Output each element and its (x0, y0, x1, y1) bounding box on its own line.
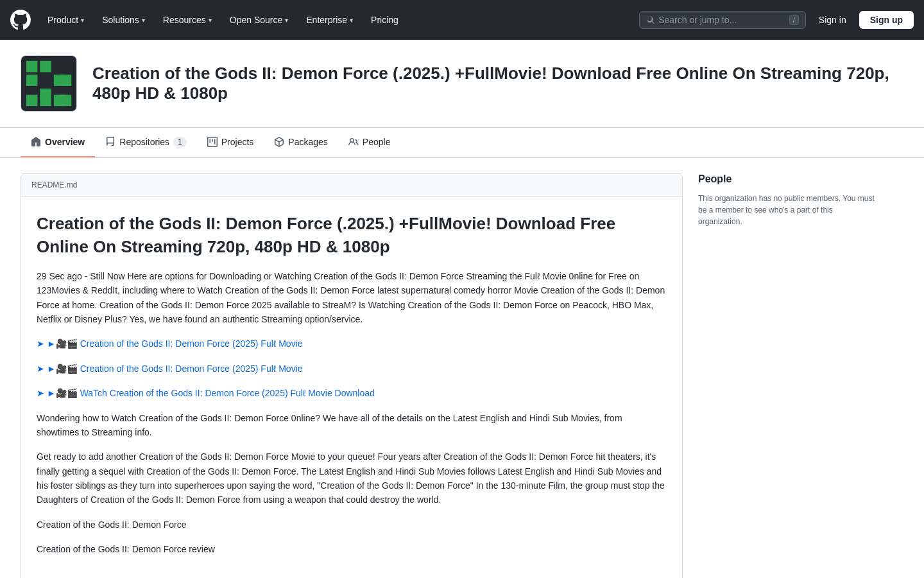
tab-people[interactable]: People (338, 128, 401, 157)
search-bar[interactable]: / (639, 11, 806, 29)
readme-title: Creation of the Gods II: Demon Force (.2… (37, 212, 667, 259)
readme-section: README.md Creation of the Gods II: Demon… (21, 173, 683, 578)
repositories-count: 1 (173, 137, 187, 147)
org-title: Creation of the Gods II: Demon Force (.2… (92, 64, 903, 103)
sign-in-button[interactable]: Sign in (811, 12, 854, 28)
readme-paragraph-4: Creation of the Gods II: Demon Force (37, 518, 667, 532)
org-avatar (21, 55, 77, 112)
chevron-down-icon: ▾ (142, 17, 145, 24)
readme-paragraph-2: Wondering how to Watch Creation of the G… (37, 411, 667, 440)
nav-resources[interactable]: Resources ▾ (157, 10, 218, 30)
svg-rect-4 (60, 61, 72, 73)
tab-repositories[interactable]: Repositories 1 (95, 128, 197, 157)
chevron-down-icon: ▾ (285, 17, 288, 24)
people-icon (348, 137, 359, 147)
svg-rect-16 (60, 95, 72, 107)
sign-up-button[interactable]: Sign up (859, 11, 914, 29)
readme-header: README.md (21, 174, 682, 197)
org-tabs: Overview Repositories 1 Projects Package… (0, 128, 924, 158)
chevron-down-icon: ▾ (350, 17, 353, 24)
tab-overview[interactable]: Overview (21, 128, 95, 157)
svg-rect-14 (40, 95, 51, 107)
org-header: Creation of the Gods II: Demon Force (.2… (0, 40, 924, 128)
watch-link-1[interactable]: ➤ ►🎥🎬 Creation of the Gods II: Demon For… (37, 338, 303, 349)
search-icon (646, 15, 654, 25)
svg-rect-1 (26, 61, 38, 73)
nav-product[interactable]: Product ▾ (41, 10, 90, 30)
chevron-down-icon: ▾ (81, 17, 84, 24)
readme-body: Creation of the Gods II: Demon Force (.2… (21, 197, 682, 578)
readme-link-2: ➤ ►🎥🎬 Creation of the Gods II: Demon For… (37, 362, 667, 376)
nav-enterprise[interactable]: Enterprise ▾ (300, 10, 359, 30)
search-kbd: / (789, 15, 799, 25)
main-content: README.md Creation of the Gods II: Demon… (0, 158, 898, 578)
sidebar-people-title: People (698, 173, 878, 185)
readme-link-3: ➤ ►🎥🎬 WaTch Creation of the Gods II: Dem… (37, 386, 667, 400)
sidebar: People This organization has no public m… (698, 173, 878, 578)
svg-rect-5 (26, 74, 38, 86)
tab-packages[interactable]: Packages (264, 128, 338, 157)
watch-link-2[interactable]: ➤ ►🎥🎬 Creation of the Gods II: Demon For… (37, 363, 303, 374)
watch-link-3[interactable]: ➤ ►🎥🎬 WaTch Creation of the Gods II: Dem… (37, 388, 375, 398)
package-icon (274, 137, 284, 147)
nav-open-source[interactable]: Open Source ▾ (223, 10, 295, 30)
readme-link-1: ➤ ►🎥🎬 Creation of the Gods II: Demon For… (37, 337, 667, 351)
svg-rect-13 (26, 95, 38, 107)
nav-pricing[interactable]: Pricing (364, 10, 405, 30)
readme-paragraph-1: 29 Sec ago - Still Now Here are options … (37, 269, 667, 327)
svg-rect-8 (60, 74, 72, 86)
repo-icon (105, 137, 116, 147)
navbar: Product ▾ Solutions ▾ Resources ▾ Open S… (0, 0, 924, 40)
nav-solutions[interactable]: Solutions ▾ (96, 10, 151, 30)
svg-rect-6 (40, 74, 51, 86)
home-icon (31, 137, 41, 147)
sidebar-people-description: This organization has no public members.… (698, 193, 878, 227)
readme-paragraph-5: Creation of the Gods II: Demon Force rev… (37, 542, 667, 556)
chevron-down-icon: ▾ (209, 17, 212, 24)
project-icon (207, 137, 218, 147)
readme-paragraph-3: Get ready to add another Creation of the… (37, 450, 667, 507)
tab-projects[interactable]: Projects (197, 128, 264, 157)
github-logo[interactable] (10, 10, 31, 30)
svg-rect-2 (40, 61, 51, 73)
search-input[interactable] (658, 15, 785, 25)
